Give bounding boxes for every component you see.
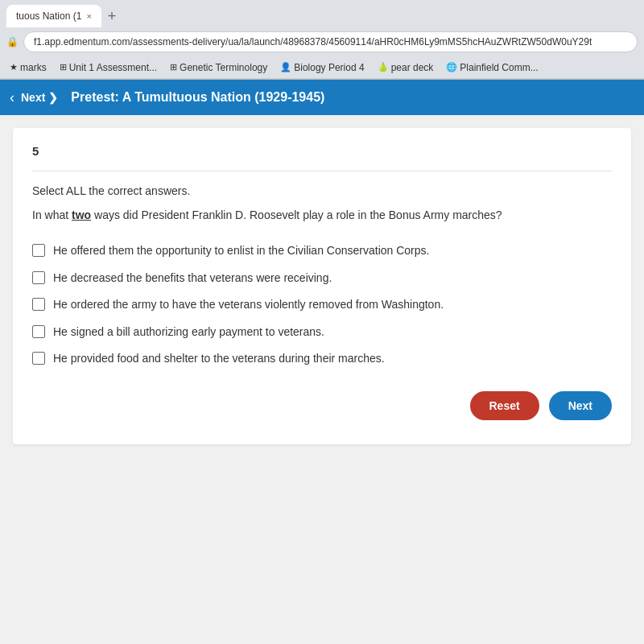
- bookmark-biology[interactable]: 👤 Biology Period 4: [277, 60, 367, 75]
- question-divider: [32, 171, 612, 171]
- tab-close-icon[interactable]: ×: [86, 11, 91, 21]
- bookmark-marks-label: marks: [20, 62, 47, 73]
- browser-tab[interactable]: tuous Nation (1 ×: [6, 5, 101, 27]
- bookmark-unit1-label: Unit 1 Assessment...: [69, 62, 157, 73]
- bookmarks-bar: ★ marks ⊞ Unit 1 Assessment... ⊞ Genetic…: [0, 56, 644, 79]
- browser-chrome: tuous Nation (1 × + 🔒 ★ marks ⊞ Unit 1 A…: [0, 0, 644, 80]
- answer-option-1[interactable]: He offered them the opportunity to enlis…: [32, 243, 612, 259]
- bookmark-plainfield-label: Plainfield Comm...: [460, 62, 538, 73]
- nav-next-label: Next: [21, 91, 45, 104]
- bookmark-unit1[interactable]: ⊞ Unit 1 Assessment...: [56, 60, 160, 75]
- question-card: 5 Select ALL the correct answers. In wha…: [13, 128, 631, 444]
- answer-label-3: He ordered the army to have the veterans…: [53, 297, 444, 313]
- bookmark-genetic-icon: ⊞: [170, 62, 177, 72]
- bookmark-genetic-label: Genetic Terminology: [180, 62, 267, 73]
- bookmark-genetic[interactable]: ⊞ Genetic Terminology: [167, 60, 270, 75]
- bookmark-peardeck-label: pear deck: [391, 62, 434, 73]
- answer-options: He offered them the opportunity to enlis…: [32, 243, 612, 367]
- answer-option-5[interactable]: He provided food and shelter to the vete…: [32, 351, 612, 367]
- question-text: In what two ways did President Franklin …: [32, 207, 612, 224]
- answer-option-4[interactable]: He signed a bill authorizing early payme…: [32, 324, 612, 341]
- lock-icon: 🔒: [6, 36, 19, 47]
- checkbox-4[interactable]: [32, 325, 45, 338]
- question-text-before: In what: [32, 208, 72, 221]
- answer-label-1: He offered them the opportunity to enlis…: [53, 243, 429, 259]
- checkbox-3[interactable]: [32, 298, 45, 311]
- address-bar: 🔒: [0, 27, 644, 56]
- nav-next-arrow-icon: ❯: [48, 91, 58, 104]
- bookmark-biology-label: Biology Period 4: [294, 62, 364, 73]
- tab-label: tuous Nation (1: [16, 10, 81, 22]
- answer-option-2[interactable]: He decreased the benefits that veterans …: [32, 270, 612, 287]
- app-nav: ‹ Next ❯ Pretest: A Tumultuous Nation (1…: [0, 80, 644, 115]
- checkbox-2[interactable]: [32, 271, 45, 284]
- bookmark-plainfield[interactable]: 🌐 Plainfield Comm...: [443, 60, 541, 75]
- checkbox-1[interactable]: [32, 244, 45, 257]
- bookmark-marks[interactable]: ★ marks: [6, 60, 50, 75]
- action-buttons: Reset Next: [32, 391, 612, 420]
- main-content: 5 Select ALL the correct answers. In wha…: [0, 115, 644, 644]
- bookmark-peardeck-icon: 🍐: [378, 62, 389, 72]
- question-text-bold: two: [72, 208, 91, 221]
- bookmark-peardeck[interactable]: 🍐 pear deck: [374, 60, 437, 75]
- tab-add-icon[interactable]: +: [105, 8, 120, 25]
- question-number: 5: [32, 144, 612, 158]
- bookmark-plainfield-icon: 🌐: [446, 62, 457, 72]
- answer-option-3[interactable]: He ordered the army to have the veterans…: [32, 297, 612, 313]
- bookmark-unit1-icon: ⊞: [60, 62, 67, 72]
- question-instruction: Select ALL the correct answers.: [32, 184, 612, 197]
- reset-button[interactable]: Reset: [470, 391, 539, 420]
- checkbox-5[interactable]: [32, 352, 45, 365]
- nav-title: Pretest: A Tumultuous Nation (1929-1945): [71, 90, 324, 105]
- answer-label-4: He signed a bill authorizing early payme…: [53, 324, 324, 341]
- address-input[interactable]: [23, 31, 638, 52]
- nav-chevron-icon[interactable]: ‹: [10, 89, 14, 106]
- answer-label-5: He provided food and shelter to the vete…: [53, 351, 385, 367]
- next-button[interactable]: Next: [549, 391, 612, 420]
- question-text-after: ways did President Franklin D. Roosevelt…: [91, 208, 502, 221]
- tab-bar: tuous Nation (1 × +: [0, 0, 644, 27]
- bookmark-biology-icon: 👤: [280, 62, 291, 72]
- nav-next-button[interactable]: Next ❯: [21, 91, 58, 104]
- bookmark-marks-icon: ★: [10, 62, 18, 72]
- answer-label-2: He decreased the benefits that veterans …: [53, 270, 332, 287]
